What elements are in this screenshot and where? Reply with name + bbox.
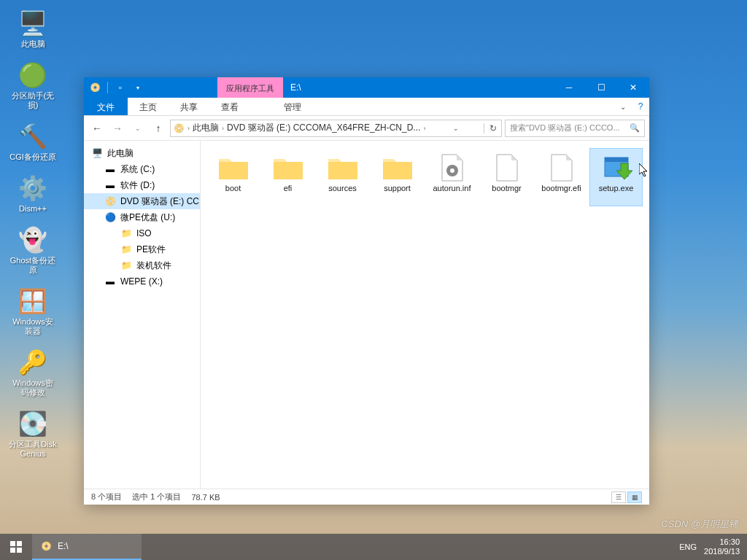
system-tray[interactable]: ENG 16:30 2018/9/13 bbox=[672, 534, 747, 560]
tree-item[interactable]: 📁PE软件 bbox=[84, 241, 200, 257]
ribbon-file-tab[interactable]: 文件 bbox=[84, 98, 128, 115]
chevron-right-icon[interactable]: › bbox=[222, 125, 224, 132]
history-dropdown-icon[interactable]: ⌄ bbox=[447, 125, 462, 132]
config-icon bbox=[435, 152, 470, 184]
folder-icon bbox=[380, 152, 415, 184]
taskbar[interactable]: 📀 E:\ ENG 16:30 2018/9/13 bbox=[0, 534, 747, 560]
folder-icon bbox=[271, 152, 306, 184]
window-title: E:\ bbox=[283, 77, 553, 98]
file-label: boot bbox=[225, 184, 241, 193]
icons-view-button[interactable]: ▦ bbox=[627, 491, 642, 503]
usb-icon: 🔵 bbox=[104, 211, 116, 223]
watermark-text: CSDN @月明星稀 bbox=[661, 518, 738, 531]
status-size: 78.7 KB bbox=[191, 493, 220, 502]
tree-item[interactable]: 🖥️此电脑 bbox=[84, 145, 200, 161]
details-view-button[interactable]: ☰ bbox=[611, 491, 626, 503]
file-item[interactable]: bootmgr bbox=[480, 148, 533, 206]
tree-item[interactable]: 📁ISO bbox=[84, 225, 200, 241]
close-button[interactable]: ✕ bbox=[617, 77, 649, 98]
taskbar-item-explorer[interactable]: 📀 E:\ bbox=[32, 534, 142, 560]
file-item[interactable]: setup.exe bbox=[589, 148, 643, 206]
breadcrumb-segment[interactable]: DVD 驱动器 (E:) CCCOMA_X64FRE_ZH-CN_D... bbox=[227, 122, 420, 134]
ribbon-tab-view[interactable]: 查看 bbox=[209, 98, 250, 115]
folder-item[interactable]: boot bbox=[206, 148, 260, 206]
titlebar[interactable]: 📀 ▫ ▾ 应用程序工具 E:\ ─ ☐ ✕ bbox=[84, 77, 649, 98]
chevron-right-icon[interactable]: › bbox=[187, 125, 190, 132]
folder-item[interactable]: sources bbox=[316, 148, 369, 206]
quick-access-toolbar: 📀 ▫ ▾ bbox=[84, 77, 144, 98]
qat-properties-icon[interactable]: ▫ bbox=[114, 81, 127, 94]
breadcrumb-root[interactable]: 此电脑 bbox=[193, 122, 219, 134]
ribbon-tabs: 文件 主页 共享 查看 管理 ⌄ ? bbox=[84, 98, 649, 116]
ribbon-tab-manage[interactable]: 管理 bbox=[272, 98, 313, 115]
folder-icon: 📁 bbox=[120, 244, 132, 255]
app-icon: 👻 bbox=[18, 225, 47, 254]
tree-item[interactable]: 📁装机软件 bbox=[84, 257, 200, 273]
qat-dropdown-icon[interactable]: ▾ bbox=[131, 81, 144, 94]
forward-button[interactable]: → bbox=[109, 120, 126, 137]
desktop-icon[interactable]: 👻Ghost备份还原 bbox=[7, 224, 58, 276]
search-input[interactable]: 搜索"DVD 驱动器 (E:) CCCO... 🔍 bbox=[505, 120, 645, 137]
app-icon: 🪟 bbox=[18, 287, 47, 316]
back-button[interactable]: ← bbox=[88, 120, 106, 137]
desktop-icon[interactable]: 🔑Windows密码修改 bbox=[7, 346, 58, 399]
folder-icon: 📁 bbox=[120, 228, 132, 239]
tree-label: 系统 (C:) bbox=[120, 163, 155, 176]
desktop-icon[interactable]: ⚙️Dism++ bbox=[7, 172, 58, 215]
desktop-icon[interactable]: 🟢分区助手(无损) bbox=[7, 59, 58, 112]
app-icon: ⚙️ bbox=[18, 174, 47, 203]
tree-item[interactable]: 📀DVD 驱动器 (E:) CC bbox=[84, 193, 200, 209]
up-button[interactable]: ↑ bbox=[150, 120, 167, 137]
file-label: autorun.inf bbox=[433, 184, 471, 193]
search-placeholder: 搜索"DVD 驱动器 (E:) CCCO... bbox=[510, 122, 620, 133]
file-item[interactable]: autorun.inf bbox=[425, 148, 479, 206]
ribbon-tab-home[interactable]: 主页 bbox=[128, 98, 169, 115]
file-explorer-window: 📀 ▫ ▾ 应用程序工具 E:\ ─ ☐ ✕ 文件 主页 共享 查看 管理 ⌄ … bbox=[84, 77, 649, 505]
navigation-tree[interactable]: 🖥️此电脑▬系统 (C:)▬软件 (D:)📀DVD 驱动器 (E:) CC🔵微P… bbox=[84, 141, 201, 489]
file-label: support bbox=[384, 184, 411, 193]
icon-label: Windows安装器 bbox=[9, 317, 57, 336]
icon-label: Dism++ bbox=[9, 204, 57, 214]
desktop-icon[interactable]: 🔨CGI备份还原 bbox=[7, 120, 58, 163]
tray-clock[interactable]: 16:30 2018/9/13 bbox=[704, 537, 740, 556]
folder-item[interactable]: efi bbox=[261, 148, 314, 206]
folder-icon: 📁 bbox=[120, 260, 132, 271]
maximize-button[interactable]: ☐ bbox=[585, 77, 617, 98]
ribbon-expand-icon[interactable]: ⌄ bbox=[614, 98, 632, 115]
tree-label: 此电脑 bbox=[107, 147, 133, 160]
chevron-right-icon[interactable]: › bbox=[423, 125, 425, 132]
exe-icon bbox=[599, 152, 634, 184]
start-button[interactable] bbox=[0, 534, 32, 560]
file-label: sources bbox=[328, 184, 357, 193]
disk-icon: ▬ bbox=[104, 179, 116, 191]
folder-item[interactable]: support bbox=[371, 148, 424, 206]
desktop-icon[interactable]: 💽分区工具DiskGenius bbox=[7, 408, 58, 460]
status-bar: 8 个项目 选中 1 个项目 78.7 KB ☰ ▦ bbox=[84, 489, 649, 505]
icon-label: 分区助手(无损) bbox=[9, 91, 57, 110]
app-icon: 🔨 bbox=[18, 122, 47, 151]
tree-item[interactable]: 🔵微PE优盘 (U:) bbox=[84, 209, 200, 225]
file-label: setup.exe bbox=[599, 184, 634, 193]
address-bar[interactable]: 📀 › 此电脑 › DVD 驱动器 (E:) CCCOMA_X64FRE_ZH-… bbox=[170, 120, 502, 137]
desktop-icon[interactable]: 🖥️此电脑 bbox=[7, 7, 58, 50]
tree-item[interactable]: ▬软件 (D:) bbox=[84, 177, 200, 193]
dvd-icon: 📀 bbox=[41, 541, 52, 551]
svg-rect-5 bbox=[17, 541, 22, 546]
status-item-count: 8 个项目 bbox=[91, 491, 122, 502]
refresh-icon[interactable]: ↻ bbox=[484, 123, 498, 133]
tree-item[interactable]: ▬WEPE (X:) bbox=[84, 273, 200, 289]
tray-lang[interactable]: ENG bbox=[679, 542, 697, 551]
svg-point-1 bbox=[450, 168, 454, 173]
desktop-icon[interactable]: 🪟Windows安装器 bbox=[7, 285, 58, 338]
help-icon[interactable]: ? bbox=[632, 98, 649, 115]
recent-dropdown[interactable]: ⌄ bbox=[129, 120, 147, 137]
svg-rect-3 bbox=[605, 158, 628, 162]
ribbon-tab-share[interactable]: 共享 bbox=[169, 98, 209, 115]
search-icon[interactable]: 🔍 bbox=[630, 123, 640, 133]
file-list[interactable]: bootefisourcessupportautorun.infbootmgrb… bbox=[201, 141, 649, 489]
file-item[interactable]: bootmgr.efi bbox=[535, 148, 588, 206]
contextual-tab-apptools[interactable]: 应用程序工具 bbox=[217, 77, 283, 98]
icon-label: 此电脑 bbox=[9, 39, 57, 49]
tree-item[interactable]: ▬系统 (C:) bbox=[84, 161, 200, 177]
minimize-button[interactable]: ─ bbox=[553, 77, 585, 98]
